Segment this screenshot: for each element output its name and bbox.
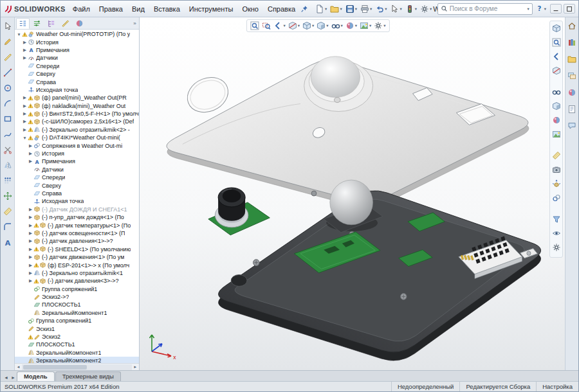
linear-pattern-button[interactable] — [2, 175, 14, 186]
scroll-right-icon[interactable]: ► — [132, 365, 139, 369]
displaymanager-tab[interactable] — [73, 18, 86, 29]
text-annotation-button[interactable]: A — [2, 236, 14, 247]
hide-show-glasses-button[interactable] — [552, 87, 561, 99]
open-folder-button[interactable]: ▾ — [329, 4, 343, 14]
tab-scroll-right-icon[interactable]: ► — [10, 375, 17, 381]
view-scene-button[interactable]: ▾ — [359, 21, 372, 31]
display-style-button[interactable] — [552, 102, 561, 113]
expand-icon[interactable]: ▶ — [22, 119, 28, 124]
cover-dome[interactable] — [311, 57, 360, 98]
dropdown-arrow-icon[interactable]: ▾ — [400, 6, 401, 12]
expand-icon[interactable]: ▶ — [28, 263, 33, 268]
menu-item-3[interactable]: Вставка — [149, 3, 185, 15]
dropdown-arrow-icon[interactable]: ▾ — [312, 23, 314, 28]
dropdown-arrow-icon[interactable]: ▾ — [369, 23, 371, 28]
view-zoom-fit-button[interactable] — [250, 21, 260, 31]
exploded-view-button[interactable] — [552, 179, 561, 191]
trim-entities-button[interactable] — [2, 144, 14, 155]
measure-button[interactable] — [2, 206, 14, 217]
tree-item[interactable]: Справа — [15, 78, 139, 85]
select-cursor-button[interactable]: ▾ — [389, 4, 403, 14]
task-pane-tab-forum[interactable] — [567, 121, 576, 133]
expand-icon[interactable]: ▶ — [28, 254, 33, 260]
rain-sensor[interactable] — [215, 188, 248, 227]
dropdown-arrow-icon[interactable]: ▾ — [415, 6, 417, 12]
smart-dimension-button[interactable] — [2, 51, 14, 62]
view-appearance-ball-button[interactable]: ▾ — [345, 21, 358, 31]
tree-item[interactable]: ▶(-) ВинтST2,9x0,5-F-H<1> (По умолч — [15, 110, 139, 118]
tree-item[interactable]: ▼(-) DAT4IKI*Weather Out-mini( — [15, 134, 139, 141]
undo-button[interactable]: ▾ — [374, 4, 388, 14]
expand-icon[interactable]: ▶ — [22, 111, 28, 116]
tree-item[interactable]: Справа — [15, 190, 139, 197]
expand-icon[interactable]: ▶ — [28, 271, 33, 276]
tree-item[interactable]: Эскиз2 — [15, 333, 139, 341]
tree-item[interactable]: ПЛОСКОСТЬ1 — [15, 341, 139, 348]
maximize-button[interactable] — [564, 4, 575, 13]
tree-item[interactable]: ЗеркальныйКомпонент1 — [15, 309, 139, 317]
scrollbar-track[interactable] — [22, 364, 132, 370]
tree-item[interactable]: Эскиз1 — [15, 325, 139, 332]
expand-icon[interactable]: ▶ — [22, 48, 28, 53]
scrollbar-thumb[interactable] — [23, 365, 87, 370]
help-button[interactable]: ?▾ — [533, 4, 549, 13]
mirror-entities-button[interactable] — [2, 159, 14, 170]
tree-item[interactable]: ▶(-) Зеркально отразитьikmik<2> - — [15, 126, 139, 134]
scroll-left-icon[interactable]: ◄ — [15, 365, 22, 369]
scene-button[interactable] — [552, 130, 561, 141]
expand-icon[interactable]: ▶ — [28, 231, 33, 236]
dropdown-arrow-icon[interactable]: ▾ — [355, 6, 357, 12]
base-round-recess[interactable] — [231, 275, 247, 287]
new-document-button[interactable]: ▾ — [314, 4, 328, 14]
expand-icon[interactable]: ▶ — [22, 55, 28, 60]
dropdown-arrow-icon[interactable]: ▾ — [326, 23, 328, 28]
view-cube-button[interactable] — [552, 24, 561, 35]
status-cell-2[interactable]: Настройка — [536, 382, 578, 391]
pin-menu-button[interactable] — [300, 5, 311, 13]
tree-horizontal-scrollbar[interactable]: ◄ ► — [15, 363, 139, 370]
tree-item[interactable]: Группа сопряжений1 — [15, 285, 139, 293]
featuremanager-tab[interactable] — [16, 18, 30, 29]
tree-item[interactable]: ▶Сопряжения в Weather Out-mi — [15, 141, 139, 149]
tree-item[interactable]: ▶История — [15, 150, 139, 157]
menu-item-5[interactable]: Окно — [237, 3, 263, 15]
expand-icon[interactable]: ▶ — [28, 159, 33, 164]
rectangle-button[interactable] — [2, 113, 14, 124]
expand-icon[interactable]: ▶ — [28, 247, 33, 252]
dropdown-arrow-icon[interactable]: ▾ — [430, 6, 432, 12]
tree-item[interactable]: Датчики — [15, 166, 139, 174]
tree-item[interactable]: ▶(-) датчик давления<3>->? — [15, 277, 139, 285]
menu-item-2[interactable]: Вид — [127, 3, 149, 15]
doc-tab-0[interactable]: Модель — [17, 371, 55, 381]
expand-icon[interactable]: ▶ — [28, 215, 33, 220]
minimize-button[interactable] — [550, 4, 562, 13]
tree-item[interactable]: ▶(-) SHEELD<1> (По умолчанию — [15, 245, 139, 253]
tree-item[interactable]: Группа сопряжений1 — [15, 317, 139, 325]
expand-icon[interactable]: ▶ — [28, 143, 33, 148]
task-pane-tab-home-resources[interactable] — [567, 21, 576, 33]
zoom-fit-button[interactable] — [552, 38, 561, 49]
menu-item-6[interactable]: Справка — [263, 3, 300, 15]
expand-icon[interactable]: ▶ — [22, 95, 28, 100]
tree-item[interactable]: Спереди — [15, 174, 139, 181]
view-section-view-button[interactable]: ▾ — [288, 21, 300, 31]
tree-item[interactable]: ЗеркальныйКомпонент1 — [15, 349, 139, 357]
dropdown-arrow-icon[interactable]: ▾ — [385, 6, 387, 12]
propertymanager-tab[interactable] — [30, 18, 44, 29]
tree-item[interactable]: Сверху — [15, 181, 139, 189]
tree-item[interactable]: ▶(-с-ШИЛО)саморез 2,5x16<1> (Def — [15, 118, 139, 125]
filter-button[interactable] — [552, 215, 561, 226]
search-dropdown-icon[interactable]: ▾ — [527, 6, 529, 12]
mates-button[interactable] — [552, 193, 561, 205]
tree-item[interactable]: ▶(-) Зеркально отразитьikmik<1 — [15, 269, 139, 277]
dropdown-arrow-icon[interactable]: ▾ — [340, 6, 342, 12]
expand-icon[interactable]: ▶ — [22, 103, 28, 109]
section-view-button[interactable] — [552, 66, 561, 78]
measure-button[interactable] — [552, 151, 561, 163]
task-pane-tab-appearance-ball[interactable] — [567, 88, 576, 100]
tree-item[interactable]: ▶(-) датчик температуры<1> (По — [15, 221, 139, 229]
base-part[interactable] — [208, 180, 541, 361]
tree-item[interactable]: Эскиз2->? — [15, 293, 139, 301]
expand-icon[interactable]: ▶ — [28, 238, 33, 244]
graphics-area[interactable]: ▾▾▾▾▾▾▾▾ x — [140, 17, 565, 370]
